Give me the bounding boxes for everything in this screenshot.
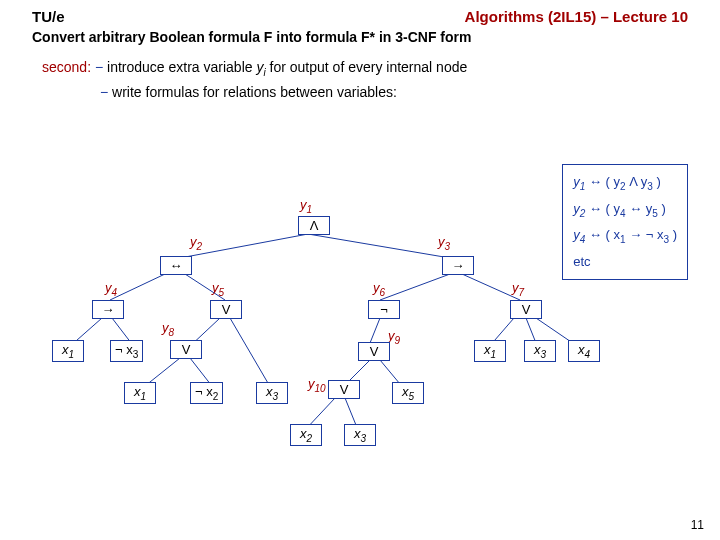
y4-label: y4: [105, 280, 117, 298]
node-neg: ¬: [368, 300, 400, 319]
leaf-neg-x3: ¬ x3: [110, 340, 143, 362]
leaf-neg-x2: ¬ x2: [190, 382, 223, 404]
node-imp-left: →: [92, 300, 124, 319]
leaf-x2: x2: [290, 424, 322, 446]
org-label: TU/e: [32, 8, 65, 25]
y10-label: y10: [308, 376, 326, 394]
svg-line-2: [110, 274, 165, 300]
leaf-x3-a: x3: [256, 382, 288, 404]
node-imp-right: →: [442, 256, 474, 275]
step-label: second:: [42, 59, 91, 75]
y8-label: y8: [162, 320, 174, 338]
node-or-y5: V: [210, 300, 242, 319]
formula-tree: y1 Λ y2 ↔ y3 → y4 → y5 V y6 ¬ y7 V y8 V …: [50, 200, 610, 500]
course-label: Algorithms (2IL15) – Lecture 10: [465, 8, 688, 25]
y6-label: y6: [373, 280, 385, 298]
leaf-x5: x5: [392, 382, 424, 404]
svg-line-1: [308, 234, 450, 258]
y5-label: y5: [212, 280, 224, 298]
y7-label: y7: [512, 280, 524, 298]
leaf-x3-c: x3: [524, 340, 556, 362]
step-line-1: second: − introduce extra variable yi fo…: [0, 45, 720, 78]
step-line-2: − write formulas for relations between v…: [0, 78, 720, 100]
leaf-x3-b: x3: [344, 424, 376, 446]
leaf-x1-c: x1: [474, 340, 506, 362]
y1-label: y1: [300, 197, 312, 215]
svg-line-4: [380, 274, 450, 300]
leaf-x1-b: x1: [124, 382, 156, 404]
node-and: Λ: [298, 216, 330, 235]
page-number: 11: [691, 518, 704, 532]
node-or-y9: V: [358, 342, 390, 361]
node-or-y7: V: [510, 300, 542, 319]
leaf-x1-a: x1: [52, 340, 84, 362]
node-biimp: ↔: [160, 256, 192, 275]
y2-label: y2: [190, 234, 202, 252]
leaf-x4: x4: [568, 340, 600, 362]
page-title: Convert arbitrary Boolean formula F into…: [0, 27, 720, 45]
y3-label: y3: [438, 234, 450, 252]
node-or-y10: V: [328, 380, 360, 399]
node-or-y8: V: [170, 340, 202, 359]
svg-line-9: [230, 318, 272, 390]
